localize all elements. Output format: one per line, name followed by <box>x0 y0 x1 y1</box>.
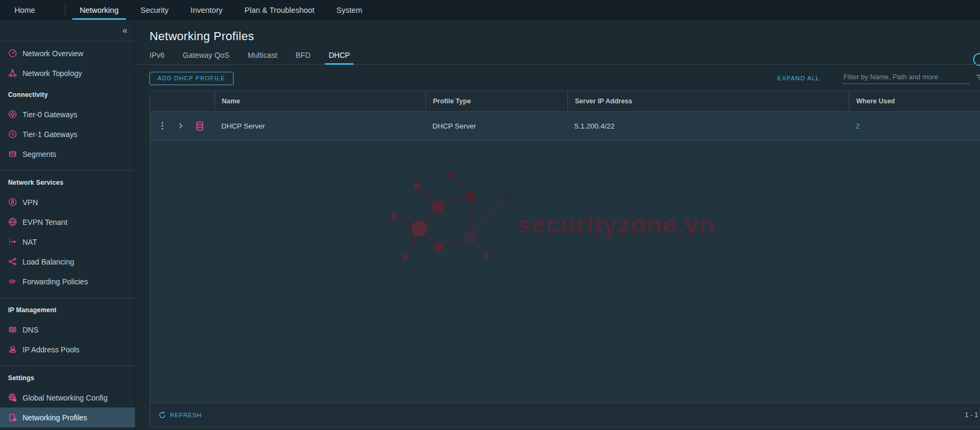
sidebar-item-label: Tier-0 Gateways <box>23 110 77 119</box>
sidebar-item-label: Network Topology <box>23 69 82 78</box>
sidebar-item-label: Network Overview <box>23 49 84 58</box>
sidebar-item-ip-address-pools[interactable]: IP Address Pools <box>0 340 135 359</box>
filter-icon[interactable] <box>975 73 980 84</box>
row-expand-chevron-icon[interactable] <box>177 122 184 130</box>
table-row: DHCP Server DHCP Server 5.1.200.4/22 2 <box>150 112 980 140</box>
column-profile-type[interactable]: Profile Type <box>425 91 567 111</box>
nav-inventory[interactable]: Inventory <box>191 0 223 20</box>
sidebar-item-load-balancing[interactable]: Load Balancing <box>0 252 135 271</box>
nav-security[interactable]: Security <box>140 0 168 20</box>
tab-gateway-qos[interactable]: Gateway QoS <box>183 51 229 59</box>
row-server-ip: 5.1.200.4/22 <box>567 122 849 130</box>
sidebar-item-dns[interactable]: DNS <box>0 320 135 340</box>
nav-separator <box>65 5 65 15</box>
sidebar-item-forwarding-policies[interactable]: Forwarding Policies <box>0 271 135 291</box>
sidebar-item-segments[interactable]: Segments <box>0 144 135 164</box>
evpn-tenant-icon <box>8 217 17 227</box>
ip-address-pools-icon <box>8 345 17 354</box>
tab-bfd[interactable]: BFD <box>295 51 310 59</box>
sidebar-item-global-networking-config[interactable]: Global Networking Config <box>0 388 135 408</box>
sidebar-section-settings: Settings <box>0 366 135 388</box>
column-controls <box>150 91 214 111</box>
sidebar-item-vpn[interactable]: VPN <box>0 192 135 212</box>
nat-icon <box>8 237 17 246</box>
add-dhcp-profile-button[interactable]: ADD DHCP PROFILE <box>149 72 234 85</box>
dhcp-server-icon <box>194 121 205 131</box>
expand-all-button[interactable]: EXPAND ALL <box>777 75 820 81</box>
vpn-icon <box>8 198 17 207</box>
table-header: Name Profile Type Server IP Address Wher… <box>150 91 980 112</box>
dhcp-profiles-table: Name Profile Type Server IP Address Wher… <box>149 90 980 427</box>
load-balancing-icon <box>8 257 17 266</box>
sidebar-item-network-overview[interactable]: Network Overview <box>0 43 135 63</box>
watermark-network-graph <box>390 170 513 263</box>
sidebar-item-label: Forwarding Policies <box>23 277 88 286</box>
row-menu-icon[interactable] <box>159 121 166 131</box>
column-where-used[interactable]: Where Used <box>849 91 980 111</box>
page-title: Networking Profiles <box>149 29 980 43</box>
sidebar: « Network Overview Network Topology Conn… <box>0 20 135 430</box>
where-used-link[interactable]: 2 <box>856 122 860 130</box>
sidebar-item-label: VPN <box>23 198 38 207</box>
nav-networking[interactable]: Networking <box>80 0 119 20</box>
collapse-sidebar-icon[interactable]: « <box>123 26 128 35</box>
sidebar-item-label: NAT <box>23 238 37 246</box>
nav-system[interactable]: System <box>336 0 362 20</box>
table-body-empty-area: securityzone.vn <box>150 140 980 403</box>
nav-home[interactable]: Home <box>14 0 35 20</box>
sidebar-item-label: Tier-1 Gateways <box>23 130 77 139</box>
sidebar-item-label: IP Address Pools <box>23 345 79 354</box>
sidebar-section-network-services: Network Services <box>0 171 135 192</box>
network-overview-icon <box>8 49 17 58</box>
refresh-button[interactable]: REFRESH <box>159 411 201 419</box>
network-topology-icon <box>8 69 17 78</box>
main-content: Networking Profiles IPv6 Gateway QoS Mul… <box>135 20 980 430</box>
tab-ipv6[interactable]: IPv6 <box>149 51 164 59</box>
pagination-range: 1 - 1 o <box>965 411 980 419</box>
sidebar-item-label: Load Balancing <box>23 258 74 266</box>
column-name[interactable]: Name <box>214 91 425 111</box>
row-controls <box>150 112 214 140</box>
watermark: securityzone.vn <box>390 170 715 263</box>
column-server-ip[interactable]: Server IP Address <box>567 91 849 111</box>
row-profile-type: DHCP Server <box>425 122 567 130</box>
sidebar-section-connectivity: Connectivity <box>0 83 135 104</box>
segments-icon <box>8 149 17 159</box>
top-nav: Home Networking Security Inventory Plan … <box>0 0 980 20</box>
nsx-manager-window: Home Networking Security Inventory Plan … <box>0 0 980 430</box>
sidebar-section-ip-management: IP Management <box>0 298 135 320</box>
sidebar-item-label: DNS <box>23 326 39 334</box>
row-name: DHCP Server <box>214 122 425 130</box>
forwarding-policies-icon <box>8 277 17 286</box>
filter-input[interactable] <box>842 72 970 81</box>
table-footer: REFRESH 1 - 1 o <box>150 403 980 427</box>
sidebar-item-nat[interactable]: NAT <box>0 232 135 252</box>
sidebar-item-label: Global Networking Config <box>23 394 108 402</box>
refresh-icon <box>159 411 166 419</box>
tier1-gateways-icon <box>8 130 17 139</box>
global-networking-config-icon <box>8 393 17 402</box>
sidebar-item-label: Networking Profiles <box>23 413 87 422</box>
filter-box <box>842 72 970 84</box>
sidebar-item-tier1-gateways[interactable]: Tier-1 Gateways <box>0 124 135 144</box>
dns-icon <box>8 325 17 334</box>
sidebar-item-label: EVPN Tenant <box>23 218 68 227</box>
sidebar-item-networking-profiles[interactable]: Networking Profiles <box>0 408 135 427</box>
sidebar-item-label: Segments <box>23 150 56 159</box>
toolbar: ADD DHCP PROFILE EXPAND ALL <box>149 71 980 85</box>
watermark-text: securityzone.vn <box>517 209 715 239</box>
tab-dhcp[interactable]: DHCP <box>328 51 350 59</box>
sidebar-item-tier0-gateways[interactable]: Tier-0 Gateways <box>0 104 135 124</box>
nav-plan-troubleshoot[interactable]: Plan & Troubleshoot <box>244 0 315 20</box>
sidebar-item-network-topology[interactable]: Network Topology <box>0 63 135 83</box>
tab-multicast[interactable]: Multicast <box>248 51 277 59</box>
profile-tabs: IPv6 Gateway QoS Multicast BFD DHCP <box>135 43 980 65</box>
networking-profiles-icon <box>8 413 17 422</box>
sidebar-item-evpn-tenant[interactable]: EVPN Tenant <box>0 212 135 232</box>
sidebar-collapse-row: « <box>0 20 135 41</box>
tier0-gateways-icon <box>8 110 17 119</box>
